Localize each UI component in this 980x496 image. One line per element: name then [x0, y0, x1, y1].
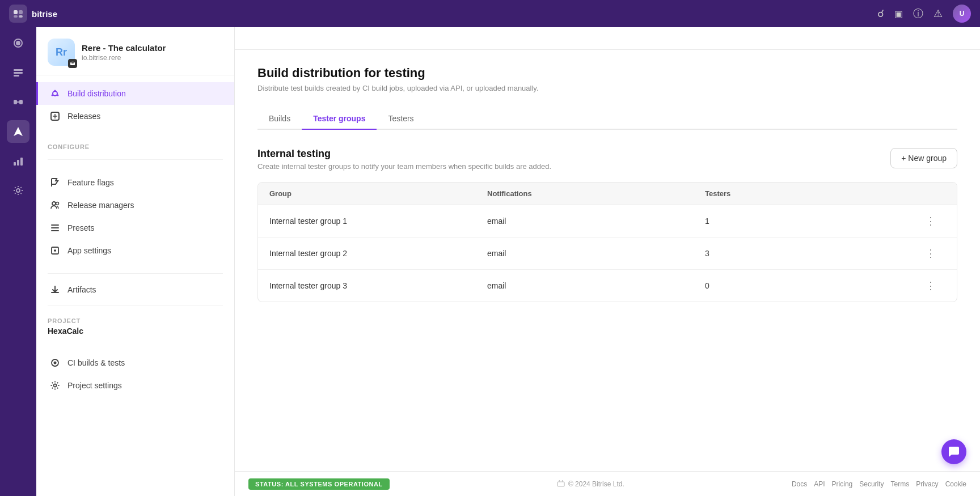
rail-release[interactable] [7, 120, 29, 143]
build-distribution-icon [49, 88, 61, 99]
logo: bitrise [9, 5, 57, 23]
row-more-btn-2[interactable]: ⋮ [923, 245, 939, 261]
footer-links: Docs API Pricing Security Terms Privacy … [792, 480, 966, 488]
svg-rect-3 [19, 15, 23, 18]
avatar[interactable]: U [953, 5, 971, 23]
sidebar-item-artifacts-label: Artifacts [67, 285, 96, 294]
footer-copyright: © 2024 Bitrise Ltd. [557, 480, 624, 488]
svg-point-24 [52, 202, 56, 205]
footer-link-pricing[interactable]: Pricing [832, 480, 853, 488]
table-row: Internal tester group 3 email 0 ⋮ [258, 270, 957, 302]
app-avatar: Rr [48, 39, 75, 66]
notifications-2: email [487, 249, 705, 258]
new-group-button[interactable]: + New group [890, 148, 957, 168]
sidebar-item-build-distribution-label: Build distribution [67, 89, 126, 98]
table-row: Internal tester group 2 email 3 ⋮ [258, 238, 957, 270]
chat-button[interactable] [941, 439, 966, 464]
page-title: Build distribution for testing [257, 66, 957, 80]
svg-rect-7 [14, 72, 23, 74]
page-subtitle: Distribute test builds created by CI bui… [257, 84, 957, 92]
svg-rect-9 [14, 100, 17, 104]
footer-link-api[interactable]: API [814, 480, 825, 488]
sidebar-project-nav: CI builds & tests Project settings [36, 345, 234, 404]
icon-rail [0, 0, 36, 496]
sidebar-item-build-distribution[interactable]: Build distribution [36, 82, 234, 105]
svg-rect-27 [51, 227, 59, 228]
help-icon[interactable]: ⓘ [913, 7, 923, 20]
app-avatar-badge [68, 59, 77, 68]
svg-rect-18 [71, 61, 74, 63]
rail-insights[interactable] [7, 150, 29, 172]
footer-link-privacy[interactable]: Privacy [916, 480, 938, 488]
tab-builds[interactable]: Builds [257, 108, 302, 130]
project-section: PROJECT HexaCalc [36, 311, 234, 345]
col-group: Group [269, 189, 487, 198]
rail-builds[interactable] [7, 61, 29, 84]
terminal-icon[interactable]: ▣ [894, 9, 903, 19]
col-testers: Testers [705, 189, 923, 198]
sidebar-item-app-settings[interactable]: App settings [36, 239, 234, 262]
svg-marker-12 [14, 127, 23, 136]
configure-divider [48, 159, 223, 160]
footer-link-security[interactable]: Security [859, 480, 884, 488]
logo-icon [9, 5, 27, 23]
rail-pipelines[interactable] [7, 91, 29, 113]
sidebar-item-feature-flags[interactable]: Feature flags [36, 171, 234, 194]
svg-point-16 [16, 189, 20, 192]
search-icon[interactable]: ☌ [877, 7, 884, 20]
svg-rect-8 [14, 75, 19, 77]
sidebar-configure-nav: Feature flags Release managers Presets A… [36, 164, 234, 269]
group-name-2: Internal tester group 2 [269, 249, 487, 258]
status-badge: STATUS: ALL SYSTEMS OPERATIONAL [248, 478, 390, 490]
rail-settings[interactable] [7, 179, 29, 202]
tab-testers[interactable]: Testers [377, 108, 425, 130]
release-managers-icon [49, 200, 61, 211]
content-area: Build distribution for testing Distribut… [235, 50, 980, 318]
sidebar-item-artifacts[interactable]: Artifacts [36, 278, 234, 301]
copyright-text: © 2024 Bitrise Ltd. [568, 480, 624, 488]
sidebar-main-nav: Build distribution Releases [36, 75, 234, 134]
internal-testing-info: Internal testing Create internal tester … [257, 148, 551, 171]
svg-rect-0 [14, 10, 18, 14]
app-info: Rere - The calculator io.bitrise.rere [82, 43, 223, 62]
sidebar-item-ci-builds-tests[interactable]: CI builds & tests [36, 351, 234, 374]
project-section-label: PROJECT [48, 317, 223, 324]
row-more-btn-1[interactable]: ⋮ [923, 213, 939, 229]
svg-point-21 [57, 95, 59, 96]
col-actions [923, 189, 945, 198]
svg-point-4 [16, 41, 20, 45]
svg-rect-15 [20, 158, 23, 166]
project-divider [48, 306, 223, 306]
svg-rect-2 [14, 15, 18, 18]
project-settings-icon [49, 380, 61, 391]
sidebar-item-releases[interactable]: Releases [36, 105, 234, 128]
sidebar-item-presets-label: Presets [67, 223, 94, 232]
svg-rect-13 [14, 162, 16, 166]
row-more-btn-3[interactable]: ⋮ [923, 278, 939, 294]
internal-testing-subtitle: Create internal tester groups to notify … [257, 162, 551, 171]
sidebar-item-project-settings-label: Project settings [67, 381, 122, 390]
footer-link-terms[interactable]: Terms [891, 480, 910, 488]
rail-home[interactable] [7, 32, 29, 54]
app-initials: Rr [56, 46, 67, 58]
testers-2: 3 [705, 249, 923, 258]
bell-icon[interactable]: ⚠ [933, 7, 943, 20]
ci-builds-icon [49, 357, 61, 368]
sidebar-app-header: Rr Rere - The calculator io.bitrise.rere [36, 27, 234, 75]
tab-tester-groups[interactable]: Tester groups [302, 108, 377, 130]
svg-rect-1 [19, 10, 23, 14]
footer-link-docs[interactable]: Docs [792, 480, 807, 488]
sidebar-item-release-managers[interactable]: Release managers [36, 194, 234, 217]
sidebar-item-releases-label: Releases [67, 112, 100, 121]
sidebar-item-app-settings-label: App settings [67, 246, 111, 255]
sidebar-item-presets[interactable]: Presets [36, 217, 234, 239]
svg-point-20 [54, 90, 56, 92]
group-name-3: Internal tester group 3 [269, 281, 487, 290]
svg-rect-26 [51, 224, 59, 226]
tabs: Builds Tester groups Testers [257, 108, 957, 130]
sidebar-item-feature-flags-label: Feature flags [67, 178, 114, 187]
footer-link-cookie[interactable]: Cookie [945, 480, 966, 488]
svg-rect-28 [51, 230, 59, 231]
internal-testing-title: Internal testing [257, 148, 551, 160]
sidebar-item-project-settings[interactable]: Project settings [36, 374, 234, 397]
